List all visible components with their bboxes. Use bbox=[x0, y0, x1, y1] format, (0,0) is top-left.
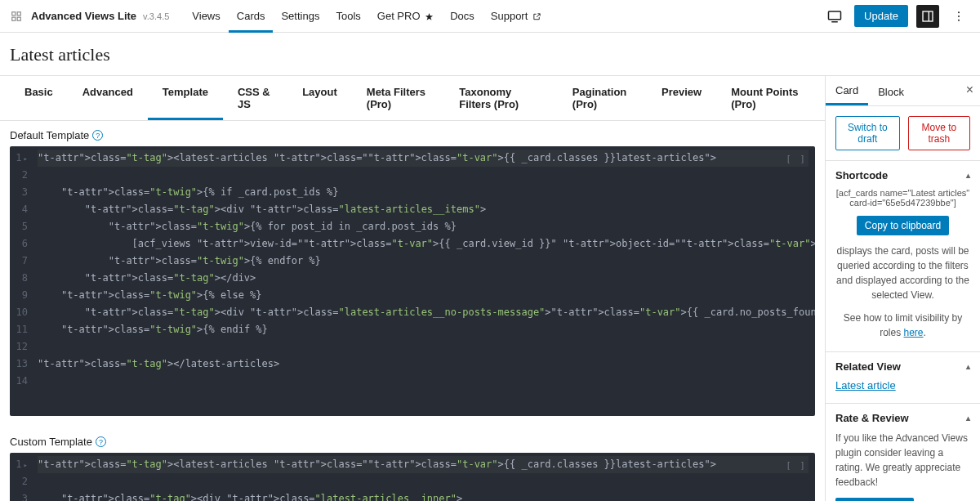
tab-meta-filters-pro-[interactable]: Meta Filters (Pro) bbox=[352, 76, 444, 120]
roles-link[interactable]: here bbox=[903, 327, 923, 338]
topmenu-support[interactable]: Support bbox=[483, 0, 550, 33]
app-version: v.3.4.5 bbox=[143, 11, 169, 21]
editor-fold-icon[interactable]: [ ] bbox=[786, 458, 807, 473]
tab-mount-points-pro-[interactable]: Mount Points (Pro) bbox=[716, 76, 815, 120]
related-view-title: Related View bbox=[835, 360, 901, 373]
default-template-label: Default Template bbox=[10, 129, 89, 141]
topmenu-tools[interactable]: Tools bbox=[327, 0, 368, 33]
tab-pagination-pro-[interactable]: Pagination (Pro) bbox=[558, 76, 647, 120]
rate-review-text: If you like the Advanced Views plugin co… bbox=[835, 431, 970, 490]
switch-draft-button[interactable]: Switch to draft bbox=[835, 116, 900, 150]
default-template-editor[interactable]: [ ] 1234567891011121314 "t-attr">class="… bbox=[10, 146, 815, 416]
help-icon[interactable]: ? bbox=[92, 130, 103, 141]
svg-point-8 bbox=[958, 11, 960, 13]
custom-template-editor[interactable]: [ ] 123456 "t-attr">class="t-tag"><lates… bbox=[10, 453, 815, 501]
svg-rect-6 bbox=[923, 11, 933, 21]
tab-template[interactable]: Template bbox=[148, 76, 223, 120]
svg-rect-0 bbox=[12, 11, 16, 15]
svg-rect-2 bbox=[12, 17, 16, 20]
topmenu-get-pro[interactable]: Get PRO bbox=[369, 0, 442, 33]
topmenu-docs[interactable]: Docs bbox=[442, 0, 483, 33]
sidebar-toggle-icon[interactable] bbox=[916, 5, 939, 28]
help-icon[interactable]: ? bbox=[96, 436, 106, 447]
topmenu-views[interactable]: Views bbox=[184, 0, 228, 33]
app-title: Advanced Views Lite bbox=[31, 10, 136, 22]
tab-taxonomy-filters-pro-[interactable]: Taxonomy Filters (Pro) bbox=[444, 76, 558, 120]
page-title: Latest articles bbox=[10, 44, 970, 65]
custom-template-label: Custom Template bbox=[10, 436, 92, 448]
chevron-up-icon[interactable]: ▴ bbox=[966, 171, 970, 180]
shortcode-title: Shortcode bbox=[835, 169, 888, 181]
editor-fold-icon[interactable]: [ ] bbox=[786, 151, 807, 167]
tab-advanced[interactable]: Advanced bbox=[68, 76, 148, 120]
chevron-up-icon[interactable]: ▴ bbox=[966, 362, 970, 371]
tab-basic[interactable]: Basic bbox=[10, 76, 68, 120]
topmenu-cards[interactable]: Cards bbox=[229, 0, 274, 33]
svg-point-9 bbox=[958, 16, 960, 17]
tab-css-js[interactable]: CSS & JS bbox=[223, 76, 287, 120]
move-trash-button[interactable]: Move to trash bbox=[908, 116, 970, 150]
svg-rect-3 bbox=[17, 17, 20, 20]
shortcode-value: [acf_cards name="Latest articles" card-i… bbox=[835, 188, 970, 208]
shortcode-desc: displays the card, posts will be queried… bbox=[835, 244, 970, 302]
svg-point-10 bbox=[958, 19, 960, 20]
tab-card[interactable]: Card bbox=[826, 76, 868, 105]
svg-rect-4 bbox=[829, 11, 841, 20]
rate-review-title: Rate & Review bbox=[835, 412, 909, 424]
close-icon[interactable]: × bbox=[966, 83, 973, 97]
chevron-up-icon[interactable]: ▴ bbox=[966, 414, 970, 423]
topmenu-settings[interactable]: Settings bbox=[273, 0, 327, 33]
app-icon bbox=[10, 10, 23, 23]
more-menu-icon[interactable] bbox=[947, 5, 970, 28]
tab-layout[interactable]: Layout bbox=[287, 76, 352, 120]
update-button[interactable]: Update bbox=[854, 5, 908, 27]
tab-preview[interactable]: Preview bbox=[647, 76, 716, 120]
device-preview-icon[interactable] bbox=[823, 5, 846, 28]
related-view-link[interactable]: Latest article bbox=[835, 379, 896, 391]
tab-block[interactable]: Block bbox=[868, 78, 914, 105]
svg-rect-1 bbox=[17, 11, 20, 15]
copy-clipboard-button[interactable]: Copy to clipboard bbox=[857, 216, 949, 235]
write-review-button[interactable]: Write a review bbox=[835, 498, 914, 501]
